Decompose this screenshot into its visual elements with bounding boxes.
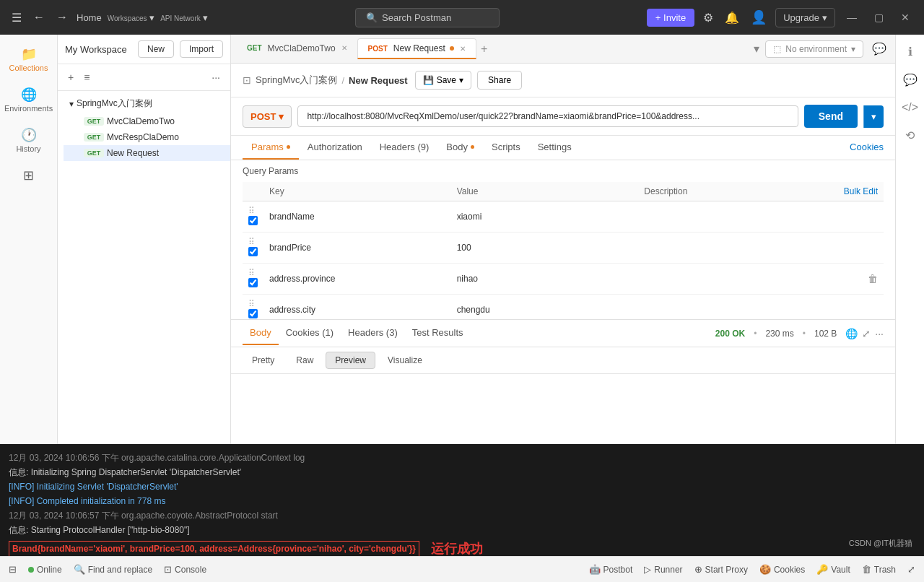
tab-settings[interactable]: Settings (529, 136, 580, 160)
save-dropdown-icon[interactable]: ▾ (459, 75, 463, 85)
list-item[interactable]: GET New Request (64, 145, 230, 161)
resp-tab-cookies[interactable]: Cookies (1) (279, 321, 341, 345)
maximize-button[interactable]: ▢ (868, 9, 889, 26)
tab-new-request[interactable]: POST New Request ✕ (357, 38, 476, 59)
sidebar-item-history[interactable]: 🕐 History (4, 121, 54, 159)
search-input[interactable]: 🔍 Search Postman (355, 8, 500, 27)
key-input[interactable] (269, 243, 445, 253)
add-collection-icon[interactable]: + (65, 70, 77, 84)
refresh-icon[interactable]: ⟲ (901, 124, 919, 147)
share-button[interactable]: Share (477, 71, 522, 90)
comment-icon[interactable]: 💬 (899, 69, 922, 91)
bottom-item-console[interactable]: ⊡ Console (164, 564, 206, 575)
collection-group-header[interactable]: ▾ SpringMvc入门案例 (64, 94, 230, 113)
resp-tab-test-results[interactable]: Test Results (405, 321, 471, 345)
value-input[interactable] (457, 212, 633, 222)
back-icon[interactable]: ← (30, 8, 48, 27)
invite-button[interactable]: + Invite (647, 9, 694, 27)
resp-body-tab-pretty[interactable]: Pretty (243, 352, 284, 369)
bulk-edit-button[interactable]: Bulk Edit (844, 186, 878, 196)
delete-icon[interactable]: 🗑 (868, 273, 878, 285)
more-icon[interactable]: ··· (875, 328, 884, 339)
environments-icon: 🌐 (21, 87, 37, 103)
row-checkbox[interactable] (248, 216, 258, 225)
bottom-item-online[interactable]: Online (28, 565, 62, 575)
value-input[interactable] (457, 305, 633, 315)
bottom-item-cookies[interactable]: 🍪 Cookies (759, 564, 805, 575)
tab-body[interactable]: Body (437, 136, 483, 160)
send-button[interactable]: Send (804, 105, 858, 128)
minimize-button[interactable]: — (841, 9, 863, 26)
key-input[interactable] (269, 274, 445, 284)
console-line: [INFO] Initializing Servlet 'DispatcherS… (9, 480, 915, 493)
sidebar-item-collections[interactable]: 📁 Collections (4, 40, 54, 78)
url-input[interactable] (297, 105, 798, 127)
environment-selector[interactable]: ⬚ No environment ▾ (765, 40, 863, 58)
menu-icon[interactable]: ☰ (9, 8, 25, 27)
bell-icon[interactable]: 🔔 (722, 8, 742, 27)
value-input[interactable] (457, 274, 633, 284)
bottom-item-start-proxy[interactable]: ⊕ Start Proxy (694, 564, 748, 575)
key-input[interactable] (269, 212, 445, 222)
bottom-item-find-replace[interactable]: 🔍 Find and replace (74, 564, 152, 575)
method-selector[interactable]: POST ▾ (243, 105, 292, 128)
chevron-down-icon[interactable]: ▾ (754, 42, 759, 56)
resp-tab-headers[interactable]: Headers (3) (341, 321, 405, 345)
send-dropdown-button[interactable]: ▾ (863, 105, 884, 128)
import-button[interactable]: Import (180, 40, 223, 58)
bottom-item-trash[interactable]: 🗑 Trash (862, 564, 896, 575)
row-checkbox[interactable] (248, 278, 258, 287)
row-checkbox[interactable] (248, 247, 258, 256)
list-item[interactable]: GET MvcClaDemoTwo (64, 113, 230, 129)
user-avatar[interactable]: 👤 (748, 6, 770, 28)
description-input[interactable] (644, 305, 820, 315)
description-input[interactable] (644, 212, 820, 222)
key-input[interactable] (269, 305, 445, 315)
bottom-item-runner[interactable]: ▷ Runner (644, 564, 682, 575)
tab-headers[interactable]: Headers (9) (371, 136, 438, 160)
info-icon[interactable]: ℹ (904, 40, 917, 63)
tab-scripts[interactable]: Scripts (483, 136, 529, 160)
close-button[interactable]: ✕ (895, 9, 915, 26)
close-tab-icon[interactable]: ✕ (460, 45, 466, 53)
tab-authorization[interactable]: Authorization (299, 136, 371, 160)
forward-icon[interactable]: → (53, 8, 71, 27)
right-panel-icons: ℹ 💬 </> ⟲ (895, 35, 924, 444)
resp-body-tab-preview[interactable]: Preview (326, 352, 375, 369)
value-input[interactable] (457, 243, 633, 253)
resp-body-tab-raw[interactable]: Raw (287, 352, 323, 369)
home-link[interactable]: Home (77, 12, 102, 23)
tab-mvcclademotwo[interactable]: GET MvcClaDemoTwo ✕ (237, 39, 357, 59)
add-tab-button[interactable]: + (476, 43, 492, 56)
list-item[interactable]: GET MvcRespClaDemo (64, 129, 230, 145)
left-panel: My Workspace New Import + ≡ ··· ▾ Spring… (58, 35, 231, 444)
resp-tab-body[interactable]: Body (243, 321, 279, 345)
request-name: New Request (107, 148, 159, 158)
resp-body-tab-visualize[interactable]: Visualize (378, 352, 432, 369)
bottom-item-vault[interactable]: 🔑 Vault (816, 564, 850, 575)
settings-icon[interactable]: ⚙ (700, 8, 716, 27)
bottom-item-layout[interactable]: ⊟ (9, 564, 17, 575)
sidebar-item-more[interactable]: ⊞ (4, 162, 54, 191)
save-button[interactable]: 💾 Save ▾ (415, 71, 471, 90)
tab-params[interactable]: Params (243, 136, 299, 160)
api-network-link[interactable]: API Network ▾ (160, 12, 208, 23)
more-options-icon[interactable]: ··· (209, 70, 223, 84)
expand-icon[interactable]: ⤢ (862, 328, 871, 339)
workspaces-link[interactable]: Workspaces ▾ (108, 12, 154, 23)
bottom-item-postbot[interactable]: 🤖 Postbot (589, 564, 633, 575)
description-input[interactable] (644, 243, 820, 253)
bottom-item-expand[interactable]: ⤢ (907, 564, 915, 575)
new-button[interactable]: New (138, 40, 174, 58)
close-tab-icon[interactable]: ✕ (341, 44, 347, 52)
cookies-link[interactable]: Cookies (850, 136, 884, 160)
check-header (243, 182, 263, 201)
code-icon[interactable]: </> (897, 97, 923, 118)
globe-icon[interactable]: 🌐 (845, 328, 858, 339)
row-checkbox[interactable] (248, 309, 258, 318)
description-input[interactable] (644, 274, 820, 284)
comment-icon[interactable]: 💬 (869, 39, 889, 58)
sidebar-item-environments[interactable]: 🌐 Environments (4, 81, 54, 118)
upgrade-button[interactable]: Upgrade ▾ (775, 8, 835, 27)
sort-icon[interactable]: ≡ (81, 70, 92, 84)
